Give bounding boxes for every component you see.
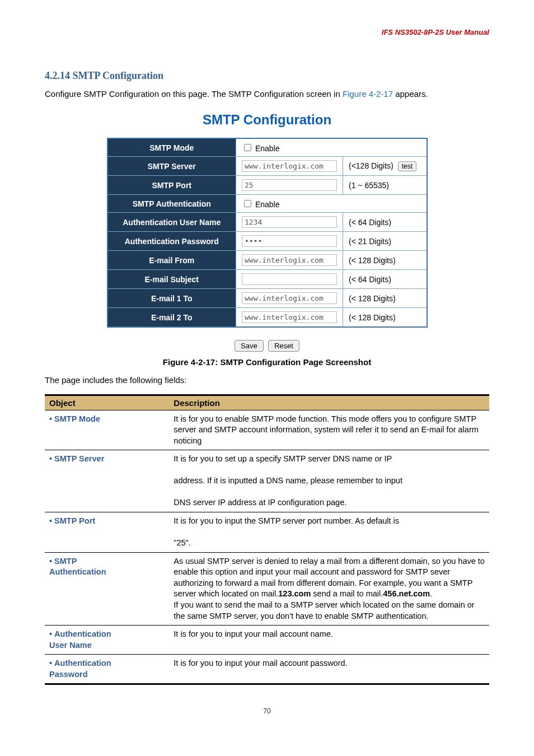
auth-pass-input[interactable] <box>242 235 337 247</box>
smtp-mode-checkbox[interactable] <box>244 144 251 151</box>
section-title: SMTP Configuration <box>73 70 164 81</box>
row-smtp-port: SMTP Port (1 ~ 65535) <box>107 176 427 195</box>
auth-user-input[interactable] <box>242 216 337 228</box>
obj-label: SMTPAuthentication <box>49 557 106 577</box>
caption-prefix: Figure 4-2-17 <box>163 357 215 367</box>
bullet-icon: • <box>49 516 52 525</box>
bullet-icon: • <box>49 659 52 668</box>
bullet-icon: • <box>49 454 52 463</box>
smtp-mode-toggle[interactable]: Enable <box>242 144 279 153</box>
label-email1-to: E-mail 1 To <box>107 289 236 308</box>
smtp-port-limit: (1 ~ 65535) <box>343 176 427 195</box>
obj-desc: It is for you to input the SMTP server p… <box>169 512 489 553</box>
caption-rest: : SMTP Configuration Page Screenshot <box>215 357 371 367</box>
obj-desc: It is for you to set up a specify SMTP s… <box>169 450 489 512</box>
intro-before: Configure SMTP Configuration on this pag… <box>45 89 343 99</box>
obj-desc: It is for you to enable SMTP mode functi… <box>169 410 489 450</box>
row-auth-user: Authentication User Name (< 64 Digits) <box>107 213 427 232</box>
label-smtp-server: SMTP Server <box>107 157 236 176</box>
intro-after: appears. <box>393 89 428 99</box>
smtp-config-title: SMTP Configuration <box>45 112 489 128</box>
bullet-icon: • <box>49 629 52 638</box>
email1-to-input[interactable] <box>242 292 337 304</box>
desc-row: •SMTPAuthentication As usual SMTP server… <box>45 552 489 625</box>
obj-label: AuthenticationPassword <box>49 659 111 679</box>
email-subject-limit: (< 64 Digits) <box>343 270 427 289</box>
smtp-server-limit: (<128 Digits) <box>349 161 394 170</box>
label-auth-user: Authentication User Name <box>107 213 236 232</box>
obj-desc: It is for you to input your mail account… <box>169 626 489 655</box>
auth-user-limit: (< 64 Digits) <box>343 213 427 232</box>
row-email1-to: E-mail 1 To (< 128 Digits) <box>107 289 427 308</box>
desc-row: •AuthenticationUser Name It is for you t… <box>45 626 489 655</box>
figure-reference-link: Figure 4-2-17 <box>343 89 393 99</box>
label-email2-to: E-mail 2 To <box>107 308 236 328</box>
email1-to-limit: (< 128 Digits) <box>343 289 427 308</box>
bullet-icon: • <box>49 414 52 423</box>
row-smtp-auth: SMTP Authentication Enable <box>107 195 427 213</box>
row-email-subject: E-mail Subject (< 64 Digits) <box>107 270 427 289</box>
email-subject-input[interactable] <box>242 273 337 285</box>
label-auth-pass: Authentication Password <box>107 232 236 251</box>
section-number: 4.2.14 <box>45 70 70 81</box>
button-row: Save Reset <box>45 340 489 352</box>
row-auth-pass: Authentication Password (< 21 Digits) <box>107 232 427 251</box>
smtp-server-input[interactable] <box>242 160 337 172</box>
obj-desc: It is for you to input your mail account… <box>169 655 489 684</box>
label-smtp-mode: SMTP Mode <box>107 138 236 157</box>
bullet-icon: • <box>49 557 52 566</box>
smtp-form-table: SMTP Mode Enable SMTP Server (<128 Digit… <box>107 138 428 328</box>
label-smtp-port: SMTP Port <box>107 176 236 195</box>
description-table: Object Description •SMTP Mode It is for … <box>45 394 489 685</box>
label-email-from: E-mail From <box>107 251 236 270</box>
reset-button[interactable]: Reset <box>268 340 299 352</box>
email2-to-input[interactable] <box>242 311 337 323</box>
email-from-limit: (< 128 Digits) <box>343 251 427 270</box>
obj-label: AuthenticationUser Name <box>49 629 111 650</box>
page-number: 70 <box>45 707 489 715</box>
desc-header-row: Object Description <box>45 395 489 410</box>
obj-desc: As usual SMTP server is denied to relay … <box>169 552 489 625</box>
intro-paragraph: Configure SMTP Configuration on this pag… <box>45 88 489 100</box>
desc-head-object: Object <box>45 395 169 410</box>
desc-row: •SMTP Mode It is for you to enable SMTP … <box>45 410 489 450</box>
row-smtp-server: SMTP Server (<128 Digits) test <box>107 157 427 176</box>
test-button[interactable]: test <box>398 161 416 171</box>
figure-caption: Figure 4-2-17: SMTP Configuration Page S… <box>45 357 489 367</box>
label-smtp-auth: SMTP Authentication <box>107 195 236 213</box>
row-email-from: E-mail From (< 128 Digits) <box>107 251 427 270</box>
page-header: IFS NS3502-8P-2S User Manual <box>45 28 489 36</box>
smtp-auth-checkbox[interactable] <box>244 200 251 207</box>
label-email-subject: E-mail Subject <box>107 270 236 289</box>
fields-intro: The page includes the following fields: <box>45 375 489 386</box>
auth-pass-limit: (< 21 Digits) <box>343 232 427 251</box>
smtp-mode-checkbox-label: Enable <box>255 144 280 153</box>
row-smtp-mode: SMTP Mode Enable <box>107 138 427 157</box>
save-button[interactable]: Save <box>235 340 264 352</box>
obj-label: SMTP Mode <box>54 414 100 423</box>
row-email2-to: E-mail 2 To (< 128 Digits) <box>107 308 427 328</box>
smtp-auth-toggle[interactable]: Enable <box>242 200 279 209</box>
desc-head-description: Description <box>169 395 489 410</box>
smtp-auth-checkbox-label: Enable <box>255 200 280 209</box>
desc-row: •SMTP Port It is for you to input the SM… <box>45 512 489 553</box>
obj-label: SMTP Server <box>54 454 104 463</box>
obj-label: SMTP Port <box>54 516 95 525</box>
section-heading: 4.2.14 SMTP Configuration <box>45 70 489 82</box>
desc-row: •AuthenticationPassword It is for you to… <box>45 655 489 684</box>
email-from-input[interactable] <box>242 254 337 266</box>
smtp-port-input[interactable] <box>242 179 337 191</box>
desc-row: •SMTP Server It is for you to set up a s… <box>45 450 489 512</box>
email2-to-limit: (< 128 Digits) <box>343 308 427 328</box>
